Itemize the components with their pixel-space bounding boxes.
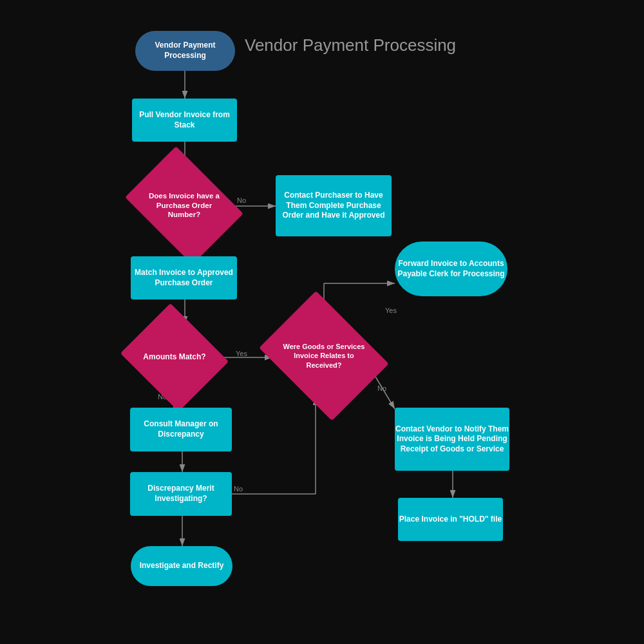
label-no1: No — [237, 196, 246, 204]
page-title: Vendor Payment Processing — [245, 35, 456, 55]
node-consult-manager: Consult Manager on Discrepancy — [130, 408, 232, 451]
node-pull-invoice: Pull Vendor Invoice from Stack — [132, 99, 237, 142]
diagram-container: Vendor Payment Processing — [0, 0, 644, 644]
node-amounts-match: Amounts Match? — [133, 322, 216, 393]
label-yes2: Yes — [236, 350, 247, 357]
node-place-hold: Place Invoice in "HOLD" file — [398, 498, 503, 541]
label-no4: No — [234, 485, 243, 493]
label-no3: No — [377, 384, 386, 392]
node-forward-invoice: Forward Invoice to Accounts Payable Cler… — [395, 242, 507, 296]
node-start: Vendor Payment Processing — [135, 31, 235, 71]
node-investigate: Investigate and Rectify — [131, 546, 232, 586]
node-contact-vendor: Contact Vendor to Notify Them Invoice is… — [395, 408, 509, 471]
node-contact-purchaser: Contact Purchaser to Have Them Complete … — [276, 175, 392, 236]
node-match-invoice: Match Invoice to Approved Purchase Order — [131, 256, 237, 299]
label-yes3: Yes — [385, 307, 397, 314]
node-has-po: Does Invoice have a Purchase Order Numbe… — [137, 169, 232, 242]
node-discrepancy-merit: Discrepancy Merit Investigating? — [130, 472, 232, 516]
node-goods-received: Were Goods or Services Invoice Relates t… — [272, 316, 375, 396]
